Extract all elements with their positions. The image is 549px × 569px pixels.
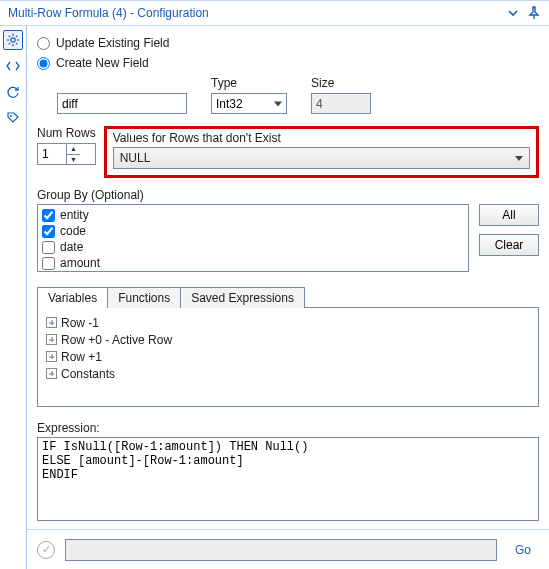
size-label: Size xyxy=(311,76,371,90)
svg-line-7 xyxy=(16,36,18,38)
status-message xyxy=(65,539,497,561)
tab-saved-expressions[interactable]: Saved Expressions xyxy=(180,287,305,308)
left-toolstrip xyxy=(0,26,26,569)
tag-icon[interactable] xyxy=(3,108,23,128)
variables-tree[interactable]: Row -1 Row +0 - Active Row Row +1 Consta… xyxy=(37,307,539,407)
go-button[interactable]: Go xyxy=(507,539,539,561)
values-missing-box: Values for Rows that don't Exist NULL xyxy=(104,126,539,178)
checkbox-amount[interactable] xyxy=(42,257,55,270)
update-existing-label: Update Existing Field xyxy=(56,36,169,50)
type-label: Type xyxy=(211,76,287,90)
new-field-name-input[interactable] xyxy=(57,93,187,114)
values-missing-label: Values for Rows that don't Exist xyxy=(113,131,530,145)
config-panel: Update Existing Field Create New Field T… xyxy=(26,26,549,569)
all-button[interactable]: All xyxy=(479,204,539,226)
values-missing-value: NULL xyxy=(120,151,151,165)
svg-point-0 xyxy=(11,38,15,42)
tree-row-minus1[interactable]: Row -1 xyxy=(46,314,530,331)
list-item: date xyxy=(42,239,464,255)
collapse-icon[interactable] xyxy=(507,7,519,19)
size-input xyxy=(311,93,371,114)
footer-bar: ✓ Go xyxy=(27,529,549,569)
num-rows-label: Num Rows xyxy=(37,126,96,140)
expand-icon[interactable] xyxy=(46,334,57,345)
status-ok-icon: ✓ xyxy=(37,541,55,559)
type-select[interactable] xyxy=(211,93,287,114)
expand-icon[interactable] xyxy=(46,317,57,328)
tab-functions[interactable]: Functions xyxy=(107,287,181,308)
num-rows-input[interactable] xyxy=(38,144,66,164)
checkbox-entity[interactable] xyxy=(42,209,55,222)
svg-line-8 xyxy=(9,43,11,45)
tab-variables[interactable]: Variables xyxy=(37,287,108,308)
checkbox-code[interactable] xyxy=(42,225,55,238)
groupby-label: Group By (Optional) xyxy=(37,188,539,202)
xml-icon[interactable] xyxy=(3,56,23,76)
svg-line-6 xyxy=(16,43,18,45)
tree-row-plus1[interactable]: Row +1 xyxy=(46,348,530,365)
tree-row-active[interactable]: Row +0 - Active Row xyxy=(46,331,530,348)
update-existing-radio[interactable] xyxy=(37,37,50,50)
expand-icon[interactable] xyxy=(46,351,57,362)
pin-icon[interactable] xyxy=(527,6,541,20)
expand-icon[interactable] xyxy=(46,368,57,379)
checkbox-date[interactable] xyxy=(42,241,55,254)
expression-textarea[interactable] xyxy=(37,437,539,521)
spinner-up-icon[interactable]: ▲ xyxy=(67,144,80,155)
values-missing-select[interactable]: NULL xyxy=(113,147,530,169)
list-item: code xyxy=(42,223,464,239)
gear-icon[interactable] xyxy=(3,30,23,50)
update-existing-row[interactable]: Update Existing Field xyxy=(37,36,539,50)
expression-label: Expression: xyxy=(37,421,539,435)
create-new-label: Create New Field xyxy=(56,56,149,70)
title-bar: Multi-Row Formula (4) - Configuration xyxy=(0,0,549,26)
svg-point-9 xyxy=(10,115,12,117)
clear-button[interactable]: Clear xyxy=(479,234,539,256)
chevron-down-icon xyxy=(515,156,523,161)
list-item: entity xyxy=(42,207,464,223)
svg-line-5 xyxy=(9,36,11,38)
expression-tabs: Variables Functions Saved Expressions xyxy=(37,286,539,307)
refresh-icon[interactable] xyxy=(3,82,23,102)
create-new-row[interactable]: Create New Field xyxy=(37,56,539,70)
tree-constants[interactable]: Constants xyxy=(46,365,530,382)
groupby-checklist[interactable]: entity code date amount xyxy=(37,204,469,272)
spinner-down-icon[interactable]: ▼ xyxy=(67,155,80,165)
create-new-radio[interactable] xyxy=(37,57,50,70)
num-rows-spinner[interactable]: ▲ ▼ xyxy=(37,143,96,165)
list-item: amount xyxy=(42,255,464,271)
window-title: Multi-Row Formula (4) - Configuration xyxy=(8,6,209,20)
